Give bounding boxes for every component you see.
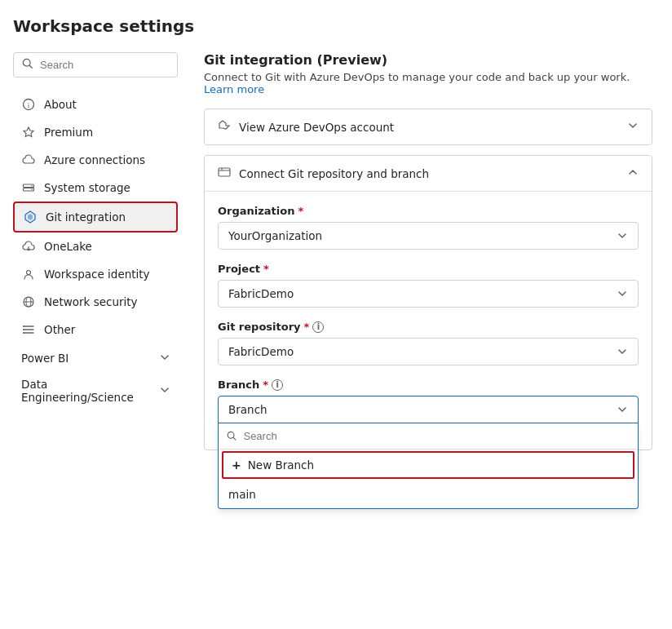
content-area: i About Premium Azur xyxy=(13,52,652,613)
workspace-identity-label: Workspace identity xyxy=(44,268,150,281)
organization-required: * xyxy=(298,205,303,217)
branch-field: Branch * i Branch xyxy=(218,379,639,423)
branch-search-input[interactable] xyxy=(243,430,630,442)
connect-git-header-left: Connect Git repository and branch xyxy=(218,166,429,181)
search-icon xyxy=(22,58,33,72)
svg-marker-4 xyxy=(24,127,33,137)
branch-dropdown-search[interactable] xyxy=(219,423,638,450)
project-required: * xyxy=(263,263,269,275)
project-chevron-icon xyxy=(617,288,628,299)
view-azure-header-left: View Azure DevOps account xyxy=(218,119,394,135)
organization-field: Organization * YourOrganization xyxy=(218,205,639,250)
git-repository-field: Git repository * i FabricDemo xyxy=(218,321,639,365)
git-repository-info-icon[interactable]: i xyxy=(312,321,324,333)
data-engineering-label: Data Engineering/Science xyxy=(21,378,160,404)
sidebar-item-workspace-identity[interactable]: Workspace identity xyxy=(13,260,178,288)
svg-point-11 xyxy=(27,271,31,275)
section-data-engineering[interactable]: Data Engineering/Science xyxy=(13,370,178,409)
about-label: About xyxy=(44,98,77,111)
sidebar-item-azure-connections[interactable]: Azure connections xyxy=(13,146,178,174)
view-azure-label: View Azure DevOps account xyxy=(239,121,394,134)
sidebar-item-git-integration[interactable]: Git integration xyxy=(13,202,178,233)
git-integration-label: Git integration xyxy=(46,210,126,224)
main-branch-option[interactable]: main xyxy=(219,481,638,508)
sidebar-item-premium[interactable]: Premium xyxy=(13,118,178,146)
git-repository-required: * xyxy=(304,321,310,333)
svg-point-18 xyxy=(23,326,24,327)
page-wrapper: Workspace settings i xyxy=(0,0,672,629)
git-section-title: Git integration (Preview) xyxy=(204,52,652,68)
svg-point-7 xyxy=(31,185,33,187)
connect-git-label: Connect Git repository and branch xyxy=(239,167,429,180)
svg-line-1 xyxy=(29,65,32,68)
other-label: Other xyxy=(44,323,75,336)
git-integration-icon xyxy=(23,210,38,224)
sidebar-item-onelake[interactable]: OneLake xyxy=(13,233,178,260)
svg-marker-10 xyxy=(28,214,33,220)
git-repository-value: FabricDemo xyxy=(228,345,294,358)
search-input[interactable] xyxy=(40,59,169,71)
azure-devops-icon xyxy=(218,119,231,135)
new-branch-option[interactable]: + New Branch xyxy=(222,451,634,479)
sidebar-item-network-security[interactable]: Network security xyxy=(13,288,178,316)
system-storage-icon xyxy=(21,180,36,195)
view-azure-chevron-icon xyxy=(627,120,639,134)
branch-chevron-icon xyxy=(617,404,628,415)
data-engineering-chevron-icon xyxy=(160,384,170,397)
view-azure-accordion: View Azure DevOps account xyxy=(204,109,652,145)
onelake-icon xyxy=(21,239,36,254)
sidebar: i About Premium Azur xyxy=(13,52,184,613)
view-azure-accordion-header[interactable]: View Azure DevOps account xyxy=(205,109,652,144)
main-content: Git integration (Preview) Connect to Git… xyxy=(184,52,652,613)
connect-git-icon xyxy=(218,166,231,181)
plus-icon: + xyxy=(232,458,241,472)
project-select[interactable]: FabricDemo xyxy=(218,280,639,308)
onelake-label: OneLake xyxy=(44,240,92,253)
sidebar-item-about[interactable]: i About xyxy=(13,91,178,118)
workspace-identity-icon xyxy=(21,267,36,281)
git-repository-chevron-icon xyxy=(617,346,628,357)
branch-required: * xyxy=(263,379,268,391)
svg-rect-21 xyxy=(219,168,230,176)
branch-dropdown-wrapper: Branch xyxy=(218,396,639,423)
branch-value: Branch xyxy=(228,403,267,416)
organization-chevron-icon xyxy=(617,230,628,241)
organization-select[interactable]: YourOrganization xyxy=(218,222,639,250)
power-bi-chevron-icon xyxy=(160,352,170,365)
project-field: Project * FabricDemo xyxy=(218,263,639,308)
svg-point-8 xyxy=(31,189,33,191)
branch-select[interactable]: Branch xyxy=(218,396,639,423)
power-bi-label: Power BI xyxy=(21,352,69,365)
git-section-desc: Connect to Git with Azure DevOps to mana… xyxy=(204,71,652,95)
git-repository-label: Git repository * i xyxy=(218,321,639,333)
premium-icon xyxy=(21,125,36,140)
other-icon xyxy=(21,322,36,337)
svg-text:i: i xyxy=(28,101,30,109)
organization-value: YourOrganization xyxy=(228,229,322,242)
sidebar-item-system-storage[interactable]: System storage xyxy=(13,174,178,202)
network-security-icon xyxy=(21,295,36,309)
new-branch-label: New Branch xyxy=(248,458,314,472)
dropdown-search-icon xyxy=(227,431,237,441)
premium-label: Premium xyxy=(44,126,93,139)
svg-point-19 xyxy=(23,329,24,330)
git-repository-select[interactable]: FabricDemo xyxy=(218,338,639,365)
svg-line-25 xyxy=(233,437,236,440)
svg-point-20 xyxy=(23,332,24,334)
azure-connections-label: Azure connections xyxy=(44,153,145,166)
connect-git-body: Organization * YourOrganization xyxy=(205,191,652,450)
connect-git-accordion-header[interactable]: Connect Git repository and branch xyxy=(205,156,652,191)
branch-info-icon[interactable]: i xyxy=(272,379,283,391)
search-box[interactable] xyxy=(13,52,178,78)
section-power-bi[interactable]: Power BI xyxy=(13,343,178,370)
network-security-label: Network security xyxy=(44,295,138,308)
azure-connections-icon xyxy=(21,153,36,167)
connect-git-chevron-icon xyxy=(627,166,639,180)
system-storage-label: System storage xyxy=(44,181,130,194)
branch-label: Branch * i xyxy=(218,379,639,391)
sidebar-item-other[interactable]: Other xyxy=(13,316,178,343)
main-branch-label: main xyxy=(228,488,256,501)
about-icon: i xyxy=(21,97,36,112)
branch-dropdown-menu: + New Branch main xyxy=(218,423,639,509)
learn-more-link[interactable]: Learn more xyxy=(204,83,264,95)
